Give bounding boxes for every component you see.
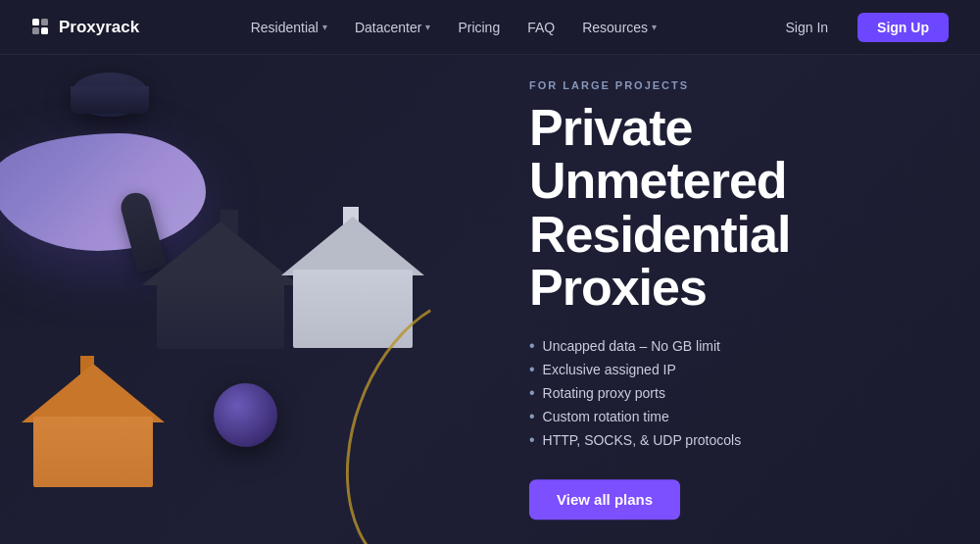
shape-house-dark — [152, 222, 289, 349]
chevron-down-icon: ▾ — [322, 22, 327, 32]
feature-1: Uncapped data – No GB limit — [529, 334, 941, 358]
shape-cylinder-side — [71, 86, 149, 114]
svg-rect-1 — [41, 19, 48, 25]
navbar: Proxyrack Residential ▾ Datacenter ▾ Pri… — [0, 0, 980, 55]
feature-4: Custom rotation time — [529, 405, 941, 428]
feature-3: Rotating proxy ports — [529, 381, 941, 405]
house-white-roof — [281, 217, 424, 275]
svg-rect-2 — [32, 27, 39, 34]
hero-features-list: Uncapped data – No GB limit Exclusive as… — [529, 334, 941, 452]
logo-text: Proxyrack — [59, 18, 139, 37]
logo-icon — [31, 18, 51, 37]
house-dark-body — [157, 278, 284, 349]
view-all-plans-button[interactable]: View all plans — [529, 479, 680, 519]
shape-sphere — [214, 383, 277, 447]
nav-residential[interactable]: Residential ▾ — [239, 14, 339, 41]
nav-links: Residential ▾ Datacenter ▾ Pricing FAQ R… — [239, 14, 668, 41]
shapes-area — [0, 55, 510, 544]
svg-rect-3 — [41, 27, 48, 34]
nav-actions: Sign In Sign Up — [768, 13, 949, 42]
feature-2: Exclusive assigned IP — [529, 358, 941, 381]
hero-title: Private Unmetered Residential Proxies — [529, 101, 941, 315]
shape-house-white — [289, 217, 416, 354]
chevron-down-icon: ▾ — [425, 22, 430, 32]
nav-resources[interactable]: Resources ▾ — [570, 14, 668, 41]
hero-label: FOR LARGE PROJECTS — [529, 79, 941, 91]
hero-content: FOR LARGE PROJECTS Private Unmetered Res… — [529, 79, 941, 519]
nav-faq[interactable]: FAQ — [515, 14, 566, 41]
chevron-down-icon: ▾ — [652, 22, 657, 32]
feature-5: HTTP, SOCKS, & UDP protocols — [529, 428, 941, 452]
nav-pricing[interactable]: Pricing — [446, 14, 512, 41]
shape-house-orange — [29, 364, 157, 491]
signup-button[interactable]: Sign Up — [858, 13, 949, 42]
house-dark-roof — [142, 222, 299, 285]
signin-button[interactable]: Sign In — [768, 13, 847, 42]
logo[interactable]: Proxyrack — [31, 18, 139, 37]
house-orange-body — [33, 417, 153, 487]
house-white-body — [293, 270, 413, 348]
hero-section: FOR LARGE PROJECTS Private Unmetered Res… — [0, 55, 980, 544]
house-orange-roof — [22, 364, 165, 422]
nav-datacenter[interactable]: Datacenter ▾ — [343, 14, 442, 41]
svg-rect-0 — [32, 19, 39, 25]
